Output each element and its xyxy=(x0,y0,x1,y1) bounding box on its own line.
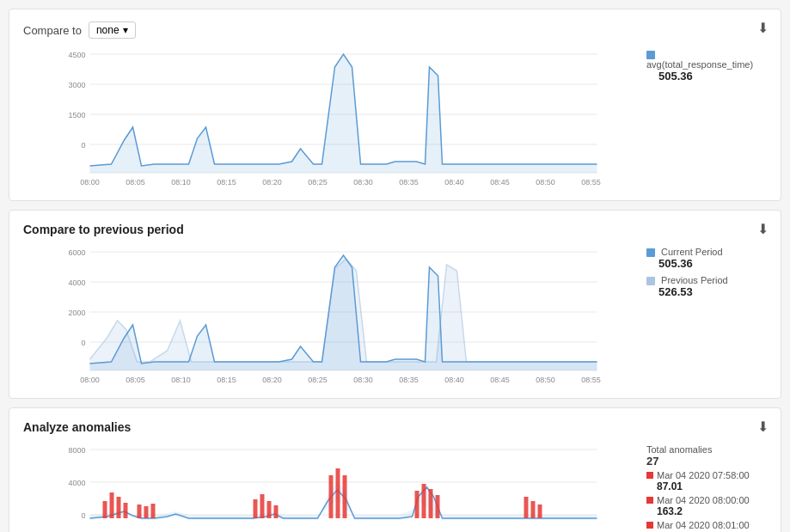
svg-marker-9 xyxy=(90,54,597,173)
svg-rect-57 xyxy=(117,497,121,518)
anomaly-date-0: Mar 04 2020 07:58:00 xyxy=(657,470,750,480)
compare-label: Compare to xyxy=(23,24,82,37)
panel3-legend: Total anomalies 27 Mar 04 2020 07:58:00 … xyxy=(646,441,767,532)
svg-rect-60 xyxy=(144,506,149,518)
svg-rect-64 xyxy=(267,501,272,518)
svg-text:08:50: 08:50 xyxy=(536,376,555,384)
svg-text:6000: 6000 xyxy=(68,248,85,257)
svg-text:08:25: 08:25 xyxy=(308,376,328,384)
svg-rect-69 xyxy=(415,491,419,518)
svg-text:0: 0 xyxy=(81,141,85,150)
legend-color-previous xyxy=(646,277,655,285)
svg-rect-75 xyxy=(538,504,542,518)
svg-text:08:35: 08:35 xyxy=(399,376,419,384)
svg-text:08:20: 08:20 xyxy=(262,376,282,384)
svg-text:08:10: 08:10 xyxy=(171,376,191,384)
svg-rect-59 xyxy=(138,504,142,518)
svg-rect-65 xyxy=(274,505,279,518)
anomaly-entry-2: Mar 04 2020 08:01:00 386.12 xyxy=(646,520,767,532)
svg-text:08:00: 08:00 xyxy=(80,178,100,187)
svg-text:08:15: 08:15 xyxy=(217,178,236,187)
svg-text:0: 0 xyxy=(81,339,85,347)
svg-rect-66 xyxy=(329,475,334,518)
svg-rect-61 xyxy=(151,504,156,518)
panel1-legend: avg(total_response_time) 505.36 xyxy=(646,46,767,192)
svg-text:0: 0 xyxy=(81,511,85,520)
anomaly-dot-1 xyxy=(646,497,653,504)
panel2-chart-container: 6000 4000 2000 0 08:00 08:05 08:10 08:15… xyxy=(23,243,767,389)
svg-text:4500: 4500 xyxy=(68,51,85,59)
panel1-chart: 4500 3000 1500 0 08:00 08:05 08:10 08:15… xyxy=(23,46,638,192)
panel2-title: Compare to previous period xyxy=(23,223,184,236)
total-anomalies-value: 27 xyxy=(646,455,767,468)
legend-color-1 xyxy=(646,51,655,59)
panel3-chart-container: 8000 4000 0 -4000 xyxy=(23,441,767,532)
legend-item-current: Current Period 505.36 xyxy=(646,247,767,270)
anomaly-entry-0: Mar 04 2020 07:58:00 87.01 xyxy=(646,470,767,492)
svg-rect-58 xyxy=(124,503,128,518)
panel1-chart-area: 4500 3000 1500 0 08:00 08:05 08:10 08:15… xyxy=(23,46,638,192)
panel2-header: Compare to previous period xyxy=(23,223,767,236)
chevron-down-icon: ▾ xyxy=(123,24,128,36)
panel3-chart: 8000 4000 0 -4000 xyxy=(23,441,638,532)
svg-text:08:35: 08:35 xyxy=(399,178,419,187)
svg-text:4000: 4000 xyxy=(68,278,85,287)
svg-text:08:55: 08:55 xyxy=(581,376,601,384)
svg-text:8000: 8000 xyxy=(68,446,85,455)
anomaly-entry-1: Mar 04 2020 08:00:00 163.2 xyxy=(646,495,767,517)
svg-text:08:05: 08:05 xyxy=(126,178,145,187)
legend-value-1: 505.36 xyxy=(658,70,767,83)
svg-text:2000: 2000 xyxy=(68,309,85,317)
legend-label-current: Current Period xyxy=(661,247,723,257)
anomaly-val-1: 163.2 xyxy=(657,505,750,517)
analyze-anomalies-panel: Analyze anomalies ⬇ 8000 4000 0 -4000 xyxy=(9,407,781,532)
anomaly-val-0: 87.01 xyxy=(657,480,750,492)
svg-text:08:20: 08:20 xyxy=(262,178,282,187)
compare-to-panel: Compare to none ▾ ⬇ 4500 3000 1500 0 xyxy=(9,9,781,201)
svg-rect-56 xyxy=(110,492,114,518)
legend-item-1: avg(total_response_time) 505.36 xyxy=(646,49,767,83)
download-button-2[interactable]: ⬇ xyxy=(757,221,769,237)
panel2-chart-area: 6000 4000 2000 0 08:00 08:05 08:10 08:15… xyxy=(23,243,638,389)
svg-text:08:30: 08:30 xyxy=(353,376,373,384)
svg-rect-72 xyxy=(436,495,440,518)
svg-rect-62 xyxy=(254,499,258,518)
download-button-1[interactable]: ⬇ xyxy=(757,20,769,36)
panel1-chart-container: 4500 3000 1500 0 08:00 08:05 08:10 08:15… xyxy=(23,46,767,192)
anomaly-dot-2 xyxy=(646,522,653,529)
total-anomalies-label: Total anomalies xyxy=(646,444,767,455)
svg-text:08:55: 08:55 xyxy=(581,178,601,187)
svg-text:08:45: 08:45 xyxy=(490,376,510,384)
dropdown-value: none xyxy=(96,24,119,36)
compare-previous-panel: Compare to previous period ⬇ 6000 4000 2… xyxy=(9,210,781,399)
svg-text:08:45: 08:45 xyxy=(490,178,510,187)
panel2-chart: 6000 4000 2000 0 08:00 08:05 08:10 08:15… xyxy=(23,243,638,389)
svg-text:3000: 3000 xyxy=(68,81,85,89)
panel2-legend: Current Period 505.36 Previous Period 52… xyxy=(646,243,767,389)
svg-rect-67 xyxy=(336,468,340,518)
legend-value-current: 505.36 xyxy=(658,257,767,270)
svg-rect-73 xyxy=(524,497,529,518)
legend-color-current xyxy=(646,248,655,257)
anomaly-date-1: Mar 04 2020 08:00:00 xyxy=(657,495,750,505)
svg-rect-68 xyxy=(343,475,347,518)
legend-item-previous: Previous Period 526.53 xyxy=(646,275,767,298)
legend-label-previous: Previous Period xyxy=(661,275,728,285)
panel3-header: Analyze anomalies xyxy=(23,420,767,434)
svg-rect-55 xyxy=(103,501,107,518)
legend-value-previous: 526.53 xyxy=(658,285,767,298)
svg-text:08:25: 08:25 xyxy=(308,178,328,187)
svg-text:08:10: 08:10 xyxy=(171,178,191,187)
svg-text:1500: 1500 xyxy=(68,111,85,119)
compare-dropdown[interactable]: none ▾ xyxy=(89,21,136,39)
svg-text:08:05: 08:05 xyxy=(126,376,145,384)
anomaly-date-2: Mar 04 2020 08:01:00 xyxy=(657,520,750,530)
legend-label-1: avg(total_response_time) xyxy=(646,59,753,70)
panel3-chart-area: 8000 4000 0 -4000 xyxy=(23,441,638,532)
svg-text:08:40: 08:40 xyxy=(444,178,464,187)
svg-text:08:50: 08:50 xyxy=(536,178,555,187)
svg-rect-71 xyxy=(429,489,433,518)
svg-text:08:15: 08:15 xyxy=(217,376,236,384)
svg-rect-63 xyxy=(260,494,265,518)
download-button-3[interactable]: ⬇ xyxy=(757,419,769,435)
